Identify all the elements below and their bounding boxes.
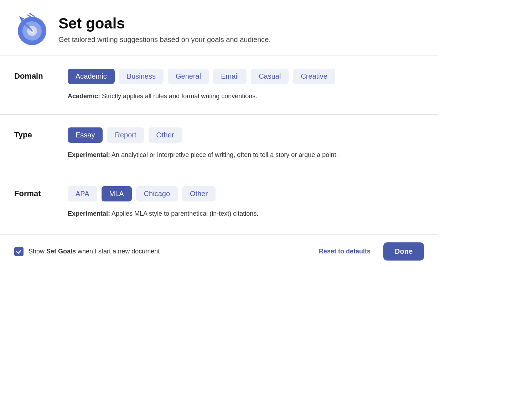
domain-business[interactable]: Business [119, 69, 164, 84]
format-description-prefix: Experimental: [68, 210, 110, 217]
type-section: Type Essay Report Other Experimental: An… [0, 115, 438, 173]
header-text: Set goals Get tailored writing suggestio… [58, 15, 271, 44]
type-report[interactable]: Report [107, 127, 144, 143]
domain-section: Domain Academic Business General Email C… [0, 56, 438, 114]
type-label: Type [14, 127, 53, 140]
footer-left: Show Set Goals when I start a new docume… [14, 247, 160, 256]
footer: Show Set Goals when I start a new docume… [0, 234, 438, 268]
domain-email[interactable]: Email [213, 69, 247, 84]
format-pill-group: APA MLA Chicago Other [68, 186, 424, 201]
domain-description: Academic: Strictly applies all rules and… [68, 91, 424, 101]
format-description-text: Applies MLA style to parenthetical (in-t… [110, 210, 258, 217]
footer-right: Reset to defaults Done [313, 242, 424, 261]
type-description: Experimental: An analytical or interpret… [68, 150, 424, 160]
svg-line-7 [30, 14, 34, 16]
show-goals-checkbox[interactable] [14, 247, 24, 256]
domain-creative[interactable]: Creative [293, 69, 335, 84]
domain-academic[interactable]: Academic [68, 69, 115, 84]
format-mla[interactable]: MLA [102, 186, 132, 201]
show-goals-label: Show Set Goals when I start a new docume… [29, 248, 160, 255]
domain-casual[interactable]: Casual [251, 69, 289, 84]
reset-button[interactable]: Reset to defaults [313, 244, 376, 259]
page-title: Set goals [58, 15, 271, 32]
format-content: APA MLA Chicago Other Experimental: Appl… [68, 186, 424, 219]
format-section: Format APA MLA Chicago Other Experimenta… [0, 173, 438, 232]
type-essay[interactable]: Essay [68, 127, 103, 143]
format-apa[interactable]: APA [68, 186, 97, 201]
target-icon [14, 11, 50, 47]
type-description-prefix: Experimental: [68, 151, 110, 158]
format-description: Experimental: Applies MLA style to paren… [68, 209, 424, 219]
domain-content: Academic Business General Email Casual C… [68, 69, 424, 101]
domain-description-text: Strictly applies all rules and formal wr… [100, 93, 257, 100]
domain-pill-group: Academic Business General Email Casual C… [68, 69, 424, 84]
type-description-text: An analytical or interpretive piece of w… [110, 151, 338, 158]
format-label: Format [14, 186, 53, 198]
type-pill-group: Essay Report Other [68, 127, 424, 143]
type-content: Essay Report Other Experimental: An anal… [68, 127, 424, 160]
domain-general[interactable]: General [168, 69, 209, 84]
type-other[interactable]: Other [149, 127, 182, 143]
format-other[interactable]: Other [182, 186, 216, 201]
domain-description-prefix: Academic: [68, 93, 100, 100]
done-button[interactable]: Done [383, 242, 424, 261]
domain-label: Domain [14, 69, 53, 81]
header: Set goals Get tailored writing suggestio… [0, 0, 438, 56]
format-chicago[interactable]: Chicago [136, 186, 178, 201]
page-subtitle: Get tailored writing suggestions based o… [58, 36, 271, 44]
